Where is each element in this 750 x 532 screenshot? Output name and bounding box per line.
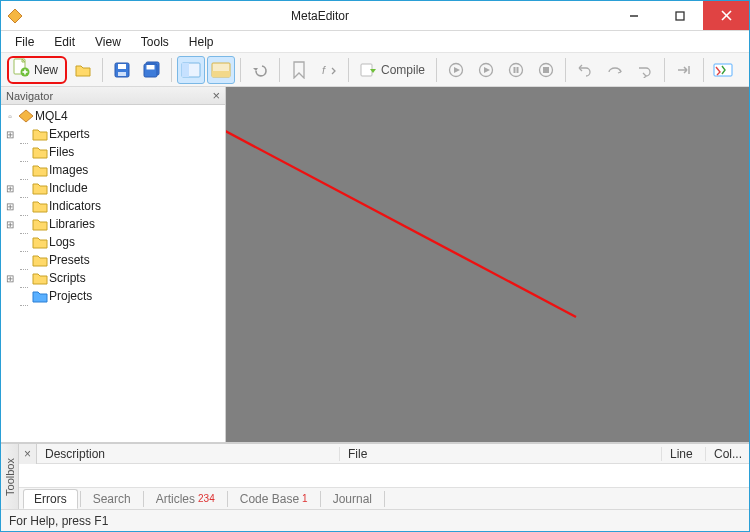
expand-icon[interactable]: ⊞ (3, 219, 17, 230)
tree-item-projects[interactable]: Projects (1, 287, 225, 305)
menu-tools[interactable]: Tools (131, 31, 179, 52)
tab-search[interactable]: Search (83, 490, 141, 508)
tab-journal[interactable]: Journal (323, 490, 382, 508)
tree-item-indicators[interactable]: ⊞Indicators (1, 197, 225, 215)
toolbar-separator (348, 58, 349, 82)
navigator-title: Navigator (6, 90, 53, 102)
toolbar-separator (171, 58, 172, 82)
tree-item-logs[interactable]: Logs (1, 233, 225, 251)
menu-edit[interactable]: Edit (44, 31, 85, 52)
svg-rect-9 (118, 64, 126, 69)
tree-root[interactable]: ▫ MQL4 (1, 107, 225, 125)
tree-item-libraries[interactable]: ⊞Libraries (1, 215, 225, 233)
col-line[interactable]: Line (661, 447, 705, 461)
tree-item-label: Indicators (49, 199, 101, 213)
menubar: File Edit View Tools Help (1, 31, 749, 53)
function-list-button[interactable]: f (315, 56, 343, 84)
open-button[interactable] (69, 56, 97, 84)
svg-rect-23 (514, 67, 516, 73)
svg-rect-28 (714, 64, 732, 76)
tab-articles-label: Articles (156, 492, 195, 506)
tree-root-label: MQL4 (35, 109, 68, 123)
new-file-icon (12, 58, 30, 81)
toolbox-columns: × Description File Line Col... (19, 444, 749, 464)
titlebar: MetaEditor (1, 1, 749, 31)
tree-item-label: Logs (49, 235, 75, 249)
folder-icon (31, 289, 49, 303)
tree-item-files[interactable]: Files (1, 143, 225, 161)
tab-errors[interactable]: Errors (23, 489, 78, 509)
annotation-arrow (226, 87, 750, 417)
compile-button[interactable]: Compile (354, 56, 431, 84)
status-text: For Help, press F1 (9, 514, 108, 528)
tree-item-images[interactable]: Images (1, 161, 225, 179)
toolbar-separator (664, 58, 665, 82)
navigator-header: Navigator × (1, 87, 225, 105)
expand-icon[interactable]: ⊞ (3, 129, 17, 140)
undo-button[interactable] (246, 56, 274, 84)
go-forward-button[interactable] (670, 56, 698, 84)
close-button[interactable] (703, 1, 749, 30)
navigator-tree[interactable]: ▫ MQL4 ⊞ExpertsFilesImages⊞Include⊞Indic… (1, 105, 225, 442)
debug-play-button[interactable] (472, 56, 500, 84)
folder-icon (31, 199, 49, 213)
tree-item-label: Presets (49, 253, 90, 267)
menu-help[interactable]: Help (179, 31, 224, 52)
tree-item-scripts[interactable]: ⊞Scripts (1, 269, 225, 287)
folder-icon (31, 235, 49, 249)
tree-item-presets[interactable]: Presets (1, 251, 225, 269)
save-button[interactable] (108, 56, 136, 84)
step-out-button[interactable] (631, 56, 659, 84)
mql4-icon (17, 109, 35, 123)
tab-codebase[interactable]: Code Base1 (230, 490, 318, 508)
navigator-close-button[interactable]: × (212, 88, 220, 103)
toggle-toolbox-button[interactable] (207, 56, 235, 84)
app-window: MetaEditor File Edit View Tools Help New (0, 0, 750, 532)
toolbox-pane: Toolbox × Description File Line Col... E… (1, 443, 749, 509)
new-button[interactable]: New (7, 56, 67, 84)
save-all-button[interactable] (138, 56, 166, 84)
col-description[interactable]: Description (19, 447, 339, 461)
debug-pause-button[interactable] (502, 56, 530, 84)
expand-icon[interactable]: ⊞ (3, 273, 17, 284)
debug-start-button[interactable] (442, 56, 470, 84)
svg-text:f: f (322, 64, 326, 76)
step-into-button[interactable] (571, 56, 599, 84)
debug-stop-button[interactable] (532, 56, 560, 84)
toolbar: New f Compile (1, 53, 749, 87)
toggle-navigator-button[interactable] (177, 56, 205, 84)
app-icon (1, 8, 29, 24)
tree-item-label: Projects (49, 289, 92, 303)
tab-articles[interactable]: Articles234 (146, 490, 225, 508)
svg-rect-10 (118, 72, 126, 76)
expand-icon[interactable]: ⊞ (3, 183, 17, 194)
collapse-icon[interactable]: ▫ (3, 111, 17, 122)
menu-file[interactable]: File (5, 31, 44, 52)
svg-rect-24 (517, 67, 519, 73)
terminal-button[interactable] (709, 56, 737, 84)
editor-area (226, 87, 749, 442)
menu-view[interactable]: View (85, 31, 131, 52)
folder-icon (31, 181, 49, 195)
tree-item-experts[interactable]: ⊞Experts (1, 125, 225, 143)
maximize-button[interactable] (657, 1, 703, 30)
toolbox-close-button[interactable]: × (19, 444, 37, 464)
toolbox-body (19, 464, 749, 487)
codebase-badge: 1 (302, 493, 308, 504)
tree-item-label: Files (49, 145, 74, 159)
toolbox-side-label: Toolbox (1, 444, 19, 509)
folder-icon (31, 217, 49, 231)
toolbar-separator (102, 58, 103, 82)
col-file[interactable]: File (339, 447, 661, 461)
expand-icon[interactable]: ⊞ (3, 201, 17, 212)
folder-icon (31, 271, 49, 285)
col-col[interactable]: Col... (705, 447, 749, 461)
step-over-button[interactable] (601, 56, 629, 84)
svg-point-22 (510, 63, 523, 76)
tree-item-include[interactable]: ⊞Include (1, 179, 225, 197)
toolbar-separator (240, 58, 241, 82)
tree-item-label: Experts (49, 127, 90, 141)
bookmark-button[interactable] (285, 56, 313, 84)
folder-icon (31, 253, 49, 267)
minimize-button[interactable] (611, 1, 657, 30)
